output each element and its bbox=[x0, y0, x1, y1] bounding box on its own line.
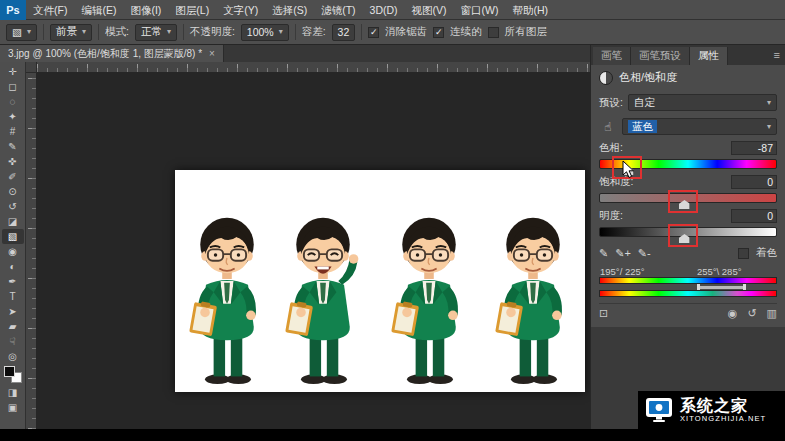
tool-healing-brush[interactable]: ✜ bbox=[2, 154, 24, 169]
tool-move[interactable]: ✛ bbox=[2, 64, 24, 79]
panel-footer: ⊡ ◉ ↺ ▥ bbox=[599, 303, 777, 321]
hue-slider[interactable] bbox=[599, 159, 777, 169]
clip-to-layer-icon[interactable]: ⊡ bbox=[599, 307, 608, 320]
tool-eyedropper[interactable]: ✎ bbox=[2, 139, 24, 154]
panel-dock: 画笔 画笔预设 属性 ≡ 色相/饱和度 预设: 自定 ▾ ☝ 蓝色 ▾ bbox=[590, 45, 785, 429]
lightness-label: 明度: bbox=[599, 209, 623, 223]
saturation-slider-thumb[interactable] bbox=[679, 200, 690, 209]
panel-menu-icon[interactable]: ≡ bbox=[774, 49, 780, 61]
lightness-value-input[interactable]: 0 bbox=[731, 209, 777, 223]
tool-zoom[interactable]: ◎ bbox=[2, 349, 24, 364]
tool-history-brush[interactable]: ↺ bbox=[2, 199, 24, 214]
status-bar bbox=[0, 429, 785, 441]
tool-preset-picker[interactable]: ▧ ▾ bbox=[6, 24, 37, 41]
range-cap-left[interactable] bbox=[697, 284, 700, 290]
monitor-icon bbox=[645, 397, 673, 423]
tool-paint-bucket[interactable]: ▧ bbox=[2, 229, 24, 244]
tool-crop[interactable]: # bbox=[2, 124, 24, 139]
menu-item-window[interactable]: 窗口(W) bbox=[454, 0, 506, 20]
mode-select[interactable]: 正常 ▾ bbox=[135, 24, 177, 41]
reset-icon[interactable]: ↺ bbox=[747, 307, 756, 320]
hue-range-control[interactable] bbox=[599, 284, 777, 290]
menu-item-help[interactable]: 帮助(H) bbox=[506, 0, 556, 20]
eyedropper-icon[interactable]: ✎ bbox=[599, 247, 608, 260]
chevron-down-icon: ▾ bbox=[767, 99, 771, 107]
all-layers-checkbox[interactable] bbox=[488, 27, 499, 38]
saturation-label: 饱和度: bbox=[599, 175, 633, 189]
tool-dodge[interactable]: ◐ bbox=[2, 259, 24, 274]
menu-item-filter[interactable]: 滤镜(T) bbox=[314, 0, 362, 20]
tab-properties[interactable]: 属性 bbox=[690, 47, 728, 65]
preset-value: 自定 bbox=[634, 96, 655, 110]
mode-label: 模式: bbox=[105, 25, 129, 39]
close-icon[interactable]: × bbox=[209, 48, 215, 59]
document-tab[interactable]: 3.jpg @ 100% (色相/饱和度 1, 图层蒙版/8) * × bbox=[0, 45, 224, 62]
tool-pen[interactable]: ✒ bbox=[2, 274, 24, 289]
opacity-input[interactable]: 100% ▾ bbox=[241, 24, 289, 41]
contiguous-checkbox[interactable]: ✓ bbox=[433, 27, 444, 38]
menu-item-image[interactable]: 图像(I) bbox=[123, 0, 168, 20]
fill-source-select[interactable]: 前景 ▾ bbox=[50, 24, 92, 41]
separator bbox=[183, 24, 184, 40]
hue-value-input[interactable]: -87 bbox=[731, 141, 777, 155]
menu-item-file[interactable]: 文件(F) bbox=[26, 0, 74, 20]
saturation-slider-group: 饱和度: 0 bbox=[599, 175, 777, 203]
tool-screen-mode[interactable]: ▣ bbox=[2, 400, 24, 415]
menu-item-view[interactable]: 视图(V) bbox=[405, 0, 454, 20]
properties-panel: 色相/饱和度 预设: 自定 ▾ ☝ 蓝色 ▾ 色相: -87 bbox=[591, 65, 785, 327]
tool-brush[interactable]: ✐ bbox=[2, 169, 24, 184]
range-start-label: 195°/ 225° bbox=[600, 266, 645, 277]
image-canvas[interactable] bbox=[175, 170, 585, 392]
saturation-slider[interactable] bbox=[599, 193, 777, 203]
paint-bucket-icon: ▧ bbox=[12, 26, 22, 38]
delete-icon[interactable]: ▥ bbox=[767, 307, 777, 320]
range-bar[interactable] bbox=[697, 286, 745, 289]
preset-select[interactable]: 自定 ▾ bbox=[628, 94, 777, 111]
hue-slider-thumb[interactable] bbox=[623, 166, 634, 175]
lightness-slider[interactable] bbox=[599, 227, 777, 237]
color-swatches[interactable] bbox=[4, 366, 22, 383]
tool-blur[interactable]: ◉ bbox=[2, 244, 24, 259]
tool-shape[interactable]: ▰ bbox=[2, 319, 24, 334]
tool-palette: ✛ ◻ ◌ ✦ # ✎ ✜ ✐ ⊙ ↺ ◪ ▧ ◉ ◐ ✒ T ➤ ▰ ☟ ◎ … bbox=[0, 62, 26, 429]
photoshop-window: Ps 文件(F) 编辑(E) 图像(I) 图层(L) 文字(Y) 选择(S) 滤… bbox=[0, 0, 785, 441]
tool-lasso[interactable]: ◌ bbox=[2, 94, 24, 109]
foreground-color-swatch[interactable] bbox=[4, 366, 15, 377]
hue-range-labels: 195°/ 225° 255°\ 285° bbox=[599, 266, 777, 277]
menu-item-layer[interactable]: 图层(L) bbox=[168, 0, 216, 20]
menu-item-edit[interactable]: 编辑(E) bbox=[74, 0, 123, 20]
hue-saturation-adjustment-icon bbox=[599, 71, 613, 85]
document-tab-bar: 3.jpg @ 100% (色相/饱和度 1, 图层蒙版/8) * × bbox=[0, 45, 590, 62]
tool-eraser[interactable]: ◪ bbox=[2, 214, 24, 229]
add-to-sample-eyedropper-icon[interactable]: ✎+ bbox=[615, 247, 631, 260]
lightness-slider-group: 明度: 0 bbox=[599, 209, 777, 237]
saturation-value-input[interactable]: 0 bbox=[731, 175, 777, 189]
targeted-adjustment-icon[interactable]: ☝ bbox=[599, 120, 617, 134]
separator bbox=[361, 24, 362, 40]
tool-quick-mask[interactable]: ◨ bbox=[2, 385, 24, 400]
visibility-eye-icon[interactable]: ◉ bbox=[728, 307, 738, 320]
tool-clone-stamp[interactable]: ⊙ bbox=[2, 184, 24, 199]
tab-brush-presets[interactable]: 画笔预设 bbox=[631, 47, 690, 65]
chevron-down-icon: ▾ bbox=[167, 28, 171, 36]
menu-item-select[interactable]: 选择(S) bbox=[265, 0, 314, 20]
lightness-slider-thumb[interactable] bbox=[679, 234, 690, 243]
tab-brush[interactable]: 画笔 bbox=[593, 47, 631, 65]
cartoon-character-4 bbox=[485, 214, 581, 386]
colorize-checkbox[interactable] bbox=[738, 248, 749, 259]
tool-magic-wand[interactable]: ✦ bbox=[2, 109, 24, 124]
menu-item-type[interactable]: 文字(Y) bbox=[216, 0, 265, 20]
range-cap-right[interactable] bbox=[743, 284, 746, 290]
antialias-checkbox[interactable]: ✓ bbox=[368, 27, 379, 38]
menu-item-3d[interactable]: 3D(D) bbox=[363, 0, 405, 20]
range-end-label: 255°\ 285° bbox=[697, 266, 742, 277]
tool-type[interactable]: T bbox=[2, 289, 24, 304]
antialias-label: 消除锯齿 bbox=[385, 25, 427, 39]
chevron-down-icon: ▾ bbox=[82, 28, 86, 36]
channel-select[interactable]: 蓝色 ▾ bbox=[622, 118, 777, 135]
tool-marquee[interactable]: ◻ bbox=[2, 79, 24, 94]
subtract-from-sample-eyedropper-icon[interactable]: ✎- bbox=[638, 247, 651, 260]
tool-path-select[interactable]: ➤ bbox=[2, 304, 24, 319]
tool-hand[interactable]: ☟ bbox=[2, 334, 24, 349]
tolerance-input[interactable]: 32 bbox=[332, 24, 356, 41]
